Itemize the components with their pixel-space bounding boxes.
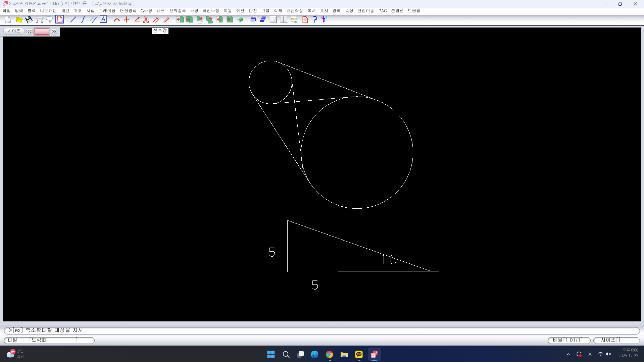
- point-cross-button[interactable]: [122, 16, 131, 24]
- menu-item-1[interactable]: [0, 8, 13, 15]
- curve-tool-button[interactable]: [79, 16, 87, 24]
- drawing-circle-1[interactable]: [249, 61, 292, 104]
- parallel-line-button[interactable]: [89, 16, 97, 24]
- size-input[interactable]: [35, 29, 49, 35]
- stroke-modify-button[interactable]: [162, 16, 170, 24]
- menu-item-27[interactable]: [389, 8, 406, 15]
- minimize-button[interactable]: [598, 0, 613, 8]
- search-button[interactable]: [282, 350, 291, 359]
- zoom-status[interactable]: [548, 337, 591, 344]
- arc-modify-button[interactable]: [113, 16, 121, 24]
- apply-piece-button[interactable]: [226, 16, 234, 24]
- point-move-button[interactable]: [133, 16, 141, 24]
- menu-item-19[interactable]: [271, 8, 284, 15]
- taskbar: 9+ TALK A: [0, 346, 644, 362]
- pattern-document-button[interactable]: [55, 15, 64, 24]
- pac-document-button[interactable]: [301, 16, 309, 24]
- menu-item-15[interactable]: [221, 8, 234, 15]
- menu-item-9[interactable]: [117, 8, 139, 15]
- menu-item-24[interactable]: [343, 8, 355, 15]
- measure-polyline-button[interactable]: [311, 16, 319, 24]
- menu-item-7[interactable]: [84, 8, 96, 15]
- scissors-button[interactable]: [142, 16, 150, 24]
- tray-volume-mute-button[interactable]: [605, 352, 611, 358]
- size-next-button[interactable]: [51, 28, 57, 35]
- measure-zigzag-button[interactable]: [319, 16, 328, 24]
- menu-item-5[interactable]: [59, 8, 71, 15]
- digitizer-board-button[interactable]: [46, 16, 54, 24]
- size-button[interactable]: [3, 28, 25, 35]
- drawing-line-2[interactable]: [252, 94, 310, 183]
- region-overlap-button[interactable]: [250, 16, 258, 24]
- piece-out-button[interactable]: [196, 16, 204, 24]
- svg-text:PAC: PAC: [291, 17, 297, 21]
- task-view-button[interactable]: [296, 350, 305, 359]
- menu-item-8[interactable]: [97, 8, 118, 15]
- line-tool-button[interactable]: [69, 16, 77, 24]
- menu-item-2[interactable]: [13, 8, 25, 15]
- tray-ime-button[interactable]: A: [588, 352, 592, 358]
- restore-button[interactable]: [613, 0, 628, 8]
- command-prompt[interactable]: [4, 327, 640, 334]
- menu-item-18[interactable]: [259, 8, 271, 15]
- copy-piece-button[interactable]: [176, 16, 184, 24]
- menu-item-13[interactable]: [188, 8, 200, 15]
- menu-item-3[interactable]: [26, 8, 38, 15]
- frame-single-button[interactable]: [269, 16, 277, 24]
- copy-double-button[interactable]: [185, 16, 193, 24]
- menu-item-14[interactable]: [200, 8, 221, 15]
- weather-temp: [17, 349, 23, 354]
- menu-item-12[interactable]: [167, 8, 188, 15]
- close-button[interactable]: [628, 0, 643, 8]
- size-status[interactable]: [593, 337, 640, 344]
- drawing-line-1[interactable]: [278, 62, 377, 100]
- piece-in-button[interactable]: [205, 16, 213, 24]
- menu-item-11[interactable]: [154, 8, 167, 15]
- tray-chevron-button[interactable]: [566, 352, 571, 358]
- kakaotalk-button[interactable]: TALK: [355, 350, 363, 359]
- save-file-button[interactable]: [25, 16, 33, 24]
- region-stack-button[interactable]: [259, 16, 267, 24]
- superalpha-button[interactable]: [370, 350, 379, 359]
- weather-icon[interactable]: 9+: [6, 349, 16, 360]
- file-status[interactable]: [4, 337, 95, 344]
- plotter-output-button[interactable]: [36, 16, 44, 24]
- open-file-button[interactable]: [15, 16, 23, 24]
- menu-item-20[interactable]: [284, 8, 305, 15]
- drawing-circle-2[interactable]: [301, 97, 413, 209]
- menu-item-26[interactable]: [377, 8, 389, 15]
- menu-item-25[interactable]: [355, 8, 377, 15]
- drawing-line-6[interactable]: [288, 220, 431, 271]
- start-button-button[interactable]: [267, 350, 276, 359]
- drawing-line-3[interactable]: [292, 80, 304, 173]
- menu-item-6[interactable]: [71, 8, 84, 15]
- taskbar-clock[interactable]: [618, 348, 638, 359]
- save-file-icon: [25, 15, 33, 25]
- tray-sync-button[interactable]: [576, 352, 582, 359]
- eraser-button[interactable]: [236, 16, 244, 24]
- edge-button[interactable]: [310, 350, 319, 359]
- menu-item-17[interactable]: [247, 8, 259, 15]
- parallel-move-button[interactable]: [152, 16, 160, 24]
- explorer-button[interactable]: [340, 350, 349, 359]
- menu-item-16[interactable]: [234, 8, 246, 15]
- chrome-button[interactable]: [325, 350, 334, 359]
- menu-item-4[interactable]: [38, 8, 59, 15]
- menu-item-23[interactable]: [330, 8, 343, 15]
- drawing-line-4[interactable]: [272, 97, 352, 104]
- drawing-canvas[interactable]: [3, 28, 641, 321]
- new-document-button[interactable]: [4, 16, 12, 24]
- paste-piece-button[interactable]: [216, 16, 224, 24]
- menu-item-22[interactable]: [318, 8, 330, 15]
- frame-double-button[interactable]: [280, 16, 288, 24]
- size-prev-button[interactable]: [26, 28, 33, 35]
- file-status-bracket: [76, 338, 78, 344]
- pac-export-button[interactable]: PAC: [290, 16, 298, 24]
- text-tool-button[interactable]: [99, 15, 108, 24]
- tray-wifi-button[interactable]: [598, 352, 603, 358]
- menu-item-28[interactable]: [406, 8, 423, 15]
- menu-item-10[interactable]: [139, 8, 154, 15]
- menu-item-21[interactable]: [305, 8, 317, 15]
- measure-zigzag-icon: [319, 15, 328, 25]
- active-indicator: [371, 360, 377, 361]
